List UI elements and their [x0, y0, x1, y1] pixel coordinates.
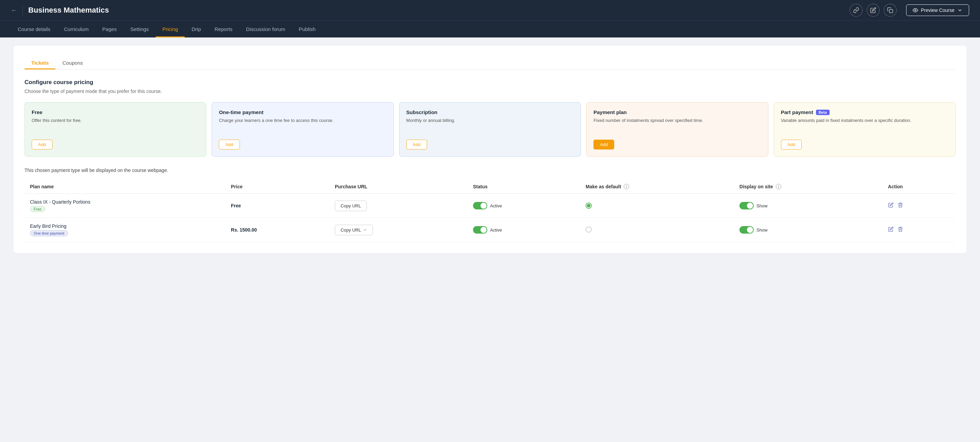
tab-pricing[interactable]: Pricing	[156, 21, 185, 37]
row1-display-cell: Show	[734, 194, 883, 218]
tab-settings[interactable]: Settings	[124, 21, 156, 37]
row2-status-cell: Active	[468, 218, 580, 242]
copy-icon	[887, 7, 893, 13]
row1-display-toggle-container: Show	[740, 202, 877, 209]
col-action: Action	[883, 180, 956, 194]
row1-status-label: Active	[490, 203, 502, 208]
row2-edit-icon[interactable]	[888, 227, 894, 233]
row2-plan-name-cell: Early Bird Pricing One time payment	[24, 218, 226, 242]
inner-tabs: Tickets Coupons	[24, 56, 956, 69]
pricing-type-cards: Free Offer this content for free. Add On…	[24, 102, 956, 156]
tab-tickets[interactable]: Tickets	[24, 56, 56, 69]
col-plan-name: Plan name	[24, 180, 226, 194]
tab-publish[interactable]: Publish	[292, 21, 322, 37]
table-row: Class IX - Quarterly Portions Free Free …	[24, 194, 956, 218]
plan-add-button[interactable]: Add	[593, 140, 614, 150]
svg-rect-0	[889, 10, 893, 13]
beta-badge: Beta	[816, 110, 830, 115]
row1-action-icons	[888, 202, 950, 209]
row2-delete-icon[interactable]	[898, 227, 903, 233]
row1-plan-name-cell: Class IX - Quarterly Portions Free	[24, 194, 226, 218]
chevron-down-icon	[363, 228, 367, 232]
row1-plan-name: Class IX - Quarterly Portions	[30, 199, 220, 205]
row1-price: Free	[231, 203, 241, 208]
sub-add-button[interactable]: Add	[406, 140, 427, 150]
tab-coupons[interactable]: Coupons	[56, 56, 89, 69]
chevron-down-icon	[957, 8, 963, 13]
row2-show-label: Show	[756, 227, 768, 233]
row2-default-cell	[580, 218, 734, 242]
row1-delete-icon[interactable]	[898, 202, 903, 209]
row2-status-label: Active	[490, 227, 502, 233]
tab-reports[interactable]: Reports	[208, 21, 240, 37]
part-card-title: Part payment Beta	[781, 109, 948, 115]
row1-show-label: Show	[756, 203, 768, 208]
row1-purchase-url-cell: Copy URL	[329, 194, 468, 218]
row1-plan-tag: Free	[30, 206, 45, 212]
header-divider	[22, 5, 23, 15]
pencil-icon	[870, 7, 876, 13]
otp-add-button[interactable]: Add	[219, 140, 240, 150]
otp-card-title: One-time payment	[219, 109, 386, 115]
row2-display-toggle[interactable]	[740, 226, 754, 234]
row1-radio-inner	[587, 204, 590, 207]
plans-table: Plan name Price Purchase URL Status Make…	[24, 180, 956, 242]
course-title: Business Mathematics	[28, 6, 844, 14]
tab-discussion-forum[interactable]: Discussion forum	[239, 21, 292, 37]
row2-price: Rs. 1500.00	[231, 227, 257, 233]
part-add-button[interactable]: Add	[781, 140, 802, 150]
config-desc: Choose the type of payment mode that you…	[24, 89, 956, 94]
row2-copy-url-button[interactable]: Copy URL	[335, 225, 373, 235]
row1-default-cell	[580, 194, 734, 218]
part-payment-pricing-card: Part payment Beta Variable amounts paid …	[774, 102, 956, 156]
nav-tabs: Course details Curriculum Pages Settings…	[0, 21, 980, 37]
edit-icon-button[interactable]	[867, 4, 880, 17]
duplicate-icon-button[interactable]	[884, 4, 897, 17]
display-on-site-info-icon[interactable]: i	[776, 184, 781, 189]
otp-card-desc: Charge your learners a one time fee to a…	[219, 118, 386, 123]
otp-pricing-card: One-time payment Charge your learners a …	[212, 102, 393, 156]
row2-display-cell: Show	[734, 218, 883, 242]
back-button[interactable]: ←	[11, 7, 17, 14]
col-make-default: Make as default i	[580, 180, 734, 194]
row1-default-radio[interactable]	[585, 203, 592, 209]
row1-display-toggle[interactable]	[740, 202, 754, 209]
header-icons	[850, 4, 897, 17]
row2-default-radio[interactable]	[585, 227, 592, 233]
plan-card-desc: Fixed number of instalments spread over …	[593, 118, 761, 123]
table-row: Early Bird Pricing One time payment Rs. …	[24, 218, 956, 242]
subscription-pricing-card: Subscription Monthly or annual billing. …	[399, 102, 581, 156]
row1-action-cell	[883, 194, 956, 218]
main-content: Tickets Coupons Configure course pricing…	[0, 37, 980, 261]
row1-copy-url-button[interactable]: Copy URL	[335, 201, 367, 211]
row2-status-toggle[interactable]	[473, 226, 487, 234]
preview-course-button[interactable]: Preview Course	[906, 5, 969, 16]
row2-action-cell	[883, 218, 956, 242]
svg-point-1	[915, 10, 916, 11]
col-status: Status	[468, 180, 580, 194]
row2-display-toggle-container: Show	[740, 226, 877, 234]
configure-section: Configure course pricing Choose the type…	[24, 79, 956, 242]
row2-price-cell: Rs. 1500.00	[226, 218, 329, 242]
make-default-info-icon[interactable]: i	[624, 184, 629, 189]
row1-status-toggle[interactable]	[473, 202, 487, 209]
payment-note: This chosen payment type will be display…	[24, 168, 956, 173]
tab-course-details[interactable]: Course details	[11, 21, 57, 37]
plan-card-title: Payment plan	[593, 109, 761, 115]
row1-edit-icon[interactable]	[888, 202, 894, 209]
pricing-card-container: Tickets Coupons Configure course pricing…	[14, 46, 966, 253]
tab-drip[interactable]: Drip	[185, 21, 208, 37]
row2-action-icons	[888, 227, 950, 233]
row1-status-cell: Active	[468, 194, 580, 218]
sub-card-desc: Monthly or annual billing.	[406, 118, 574, 123]
tab-curriculum[interactable]: Curriculum	[57, 21, 95, 37]
free-add-button[interactable]: Add	[32, 140, 52, 150]
link-icon-button[interactable]	[850, 4, 862, 17]
row2-plan-name: Early Bird Pricing	[30, 223, 220, 229]
link-icon	[853, 7, 859, 13]
free-card-title: Free	[32, 109, 199, 115]
row2-status-toggle-container: Active	[473, 226, 575, 234]
part-card-desc: Variable amounts paid in fixed instalmen…	[781, 118, 948, 123]
header: ← Business Mathematics Preview Course	[0, 0, 980, 21]
tab-pages[interactable]: Pages	[95, 21, 124, 37]
